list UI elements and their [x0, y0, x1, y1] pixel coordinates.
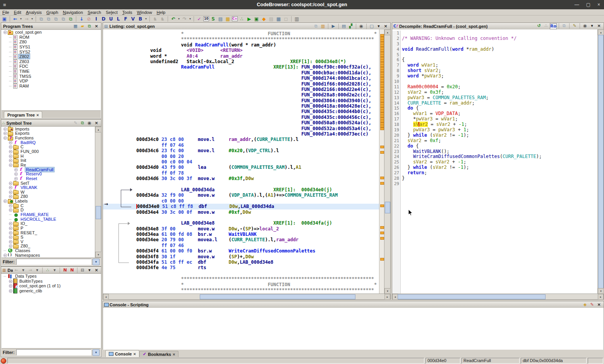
tree-item-exports[interactable]: Exports — [2, 131, 95, 136]
decompile-line[interactable]: 28} — [392, 176, 598, 181]
decompile-line[interactable]: 9 word *pwVar3; — [392, 74, 598, 79]
data-type-manager-header[interactable]: ▥ Data Type ... ←▾→▾∴▾NN⊟▾× — [1, 267, 101, 274]
paste-icon[interactable]: ▥ — [320, 24, 326, 29]
scroll-up-icon[interactable]: ▴ — [598, 29, 604, 35]
data-type-l-icon[interactable]: L — [115, 16, 122, 22]
tree-item-sys2[interactable]: SYS2 — [2, 49, 101, 54]
listing-line[interactable]: 000d34ea 61 00 fd 08 bsr.w WaitVBLANK — [136, 232, 379, 237]
listing-line[interactable]: word * A0:4 ram_addr — [136, 53, 379, 59]
back-menu-icon[interactable]: ▾ — [20, 268, 26, 273]
menu-tools[interactable]: Tools — [120, 10, 135, 15]
filter-arrays-icon[interactable]: N — [62, 268, 68, 273]
listing-vscrollbar[interactable]: ▴ ▾ — [384, 29, 390, 294]
copy-special-icon[interactable]: ⧉ — [38, 16, 45, 22]
close-icon[interactable]: × — [93, 268, 100, 273]
tree-item-h[interactable]: H — [2, 154, 95, 158]
listing-header[interactable]: ▤ Listing: cool_spot.gen ⧉▥▶▤▞◉▢▾× — [103, 23, 390, 30]
expand-handle-icon[interactable] — [3, 136, 7, 140]
change-marker[interactable] — [380, 127, 384, 130]
listing-line[interactable]: 00 00 20 — [136, 154, 379, 159]
call-tree-icon[interactable]: ∴ — [239, 16, 245, 22]
change-marker[interactable] — [380, 204, 384, 207]
tree-item-reset[interactable]: RESET_ — [2, 230, 95, 235]
close-icon[interactable]: × — [596, 23, 602, 29]
data-type-u-icon[interactable]: U — [108, 16, 114, 22]
decompile-vscrollbar[interactable]: ▴ ▾ — [597, 29, 604, 294]
expand-handle-icon[interactable] — [9, 154, 12, 158]
tree-item-rom[interactable]: ROM — [2, 35, 101, 40]
decompile-line[interactable]: 21 sVar2 = 0xf; — [392, 138, 598, 144]
symbol-filter-input[interactable] — [16, 259, 91, 265]
decompile-line[interactable]: 4void ReadCramFull(word *ram_addr) — [392, 47, 598, 52]
listing-line[interactable]: 000d34fe 4e 75 rts — [136, 265, 379, 270]
table-add-icon[interactable]: ▦ — [275, 16, 282, 22]
decompile-line[interactable]: 29 — [392, 181, 598, 187]
graph-icon[interactable]: ∴ — [543, 23, 549, 29]
expand-handle-icon[interactable] — [14, 177, 18, 180]
listing-line[interactable]: FUN_000d3864:000d3940(c), — [136, 98, 379, 103]
lock-icon[interactable]: ◻ — [283, 16, 289, 22]
tree-item-reserv0[interactable]: Reserv0 — [2, 172, 95, 176]
listing-line[interactable]: FUN_000cb9ac:000d11da(c), — [136, 70, 379, 76]
expand-handle-icon[interactable] — [9, 279, 12, 283]
listing-line[interactable]: LAB_000d34e8 XREF[1]: 000d34fa(j) — [136, 220, 379, 226]
expand-handle-icon[interactable] — [3, 127, 7, 131]
tree-item-frame-rate[interactable]: FRAME_RATE — [2, 212, 95, 217]
tree-item-z80[interactable]: Z80_ — [2, 244, 95, 249]
tree-item-d[interactable]: D — [2, 208, 95, 213]
menu-help[interactable]: Help — [154, 10, 168, 15]
listing-line[interactable]: FUN_000d50a8:000d524a(c), — [136, 120, 379, 125]
disassemble-icon[interactable]: ↓ — [78, 16, 85, 22]
tree-item-c[interactable]: C — [2, 145, 95, 149]
tree-item-generic-clib[interactable]: generic_clib — [2, 288, 101, 294]
script-manager-icon[interactable]: S — [210, 16, 216, 22]
decompile-line[interactable]: 22 do { — [392, 144, 598, 149]
tree-item-vdp[interactable]: VDP — [2, 79, 101, 84]
listing-line[interactable] — [136, 182, 379, 187]
conflict-handler-icon[interactable]: ∴ — [45, 268, 51, 273]
listing-line[interactable]: 000d34e8 3f 00 move.w D0w,-(SP)=>local_2 — [136, 226, 379, 232]
conflict-menu-icon[interactable]: ▾ — [51, 268, 58, 273]
decompile-line[interactable]: 26 } while (sVar2 != -1); — [392, 165, 598, 170]
decompile-line[interactable]: 6{ — [392, 57, 598, 63]
listing-line[interactable]: FUN_000d418a:000d428e(c), — [136, 103, 379, 109]
table-disabled-icon[interactable]: ▤ — [268, 16, 275, 22]
tree-item-ram[interactable]: RAM — [2, 84, 101, 89]
listing-line[interactable]: 000d34e4 30 3c 00 0f move.w #0xf,D0w — [136, 209, 379, 215]
menu-search[interactable]: Search — [85, 10, 103, 15]
tab-close-icon[interactable]: × — [173, 352, 175, 357]
dragon-icon[interactable]: ♞ — [152, 16, 158, 22]
tree-item-hscroll-table[interactable]: HSCROLL_TABLE — [2, 217, 95, 221]
nav-forward-icon[interactable]: → — [23, 16, 30, 22]
tree-item-z80[interactable]: Z80 — [2, 194, 95, 199]
expand-handle-icon[interactable] — [9, 185, 12, 189]
program-trees-header[interactable]: Program Trees ▦▰⧉× — [1, 23, 101, 30]
binary-icon[interactable]: 10 — [203, 16, 209, 21]
listing-line[interactable]: undefined2 Stack[-0x…local_2 XREF[1]: 00… — [136, 59, 379, 64]
expand-handle-icon[interactable] — [9, 141, 12, 144]
listing-view[interactable]: * FUNCTION * ***************************… — [103, 29, 379, 294]
expand-handle-icon[interactable] — [3, 199, 7, 203]
snapshot-icon[interactable]: ◉ — [86, 120, 93, 126]
paste-icon[interactable]: ⧉ — [53, 16, 59, 22]
scroll-right-icon[interactable]: ▸ — [384, 294, 390, 300]
listing-line[interactable]: ****************************************… — [136, 287, 379, 293]
copy-icon[interactable]: ⧉ — [561, 23, 567, 29]
tab-console[interactable]: Console × — [105, 350, 139, 357]
listing-line[interactable]: 000d34d6 30 3c 00 3f move.w #0x3f,D0w — [136, 176, 379, 181]
panel-menu-icon[interactable]: ▾ — [589, 23, 595, 29]
tree-item-vblank[interactable]: VBLANK — [2, 185, 95, 190]
decompile-line[interactable]: 11 Ram00c00004 = 0x20; — [392, 84, 598, 90]
cursor-highlight-icon[interactable]: ▶ — [330, 24, 336, 29]
decompile-line[interactable]: 27 return; — [392, 170, 598, 176]
change-marker[interactable] — [380, 232, 384, 234]
decompile-line[interactable]: 3 — [392, 41, 598, 47]
datatype-filter-input[interactable] — [16, 349, 91, 355]
listing-line[interactable]: void ReadCramFull(word * ram_addr) — [136, 42, 379, 48]
listing-line[interactable]: 000d34fa 51 c8 ff ec dbf D0w,LAB_000d34e… — [136, 259, 379, 265]
tree-item-z80[interactable]: Z80 — [2, 39, 101, 45]
forward-menu-icon[interactable]: ▾ — [34, 268, 40, 273]
tree-item-z802[interactable]: Z802 — [2, 54, 101, 59]
expand-handle-icon[interactable] — [9, 289, 12, 293]
listing-line[interactable]: FUN_000d435c:000d44b0(c), — [136, 109, 379, 114]
